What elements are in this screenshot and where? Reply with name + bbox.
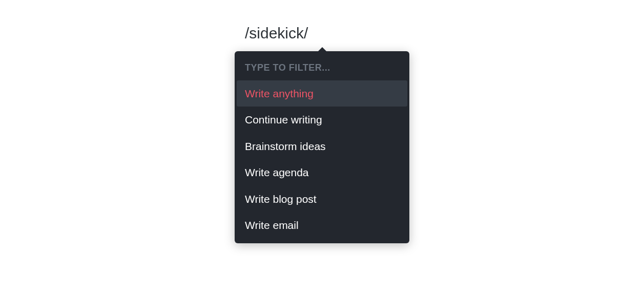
- menu-item-write-blog-post[interactable]: Write blog post: [237, 186, 407, 212]
- menu-item-write-email[interactable]: Write email: [237, 212, 407, 238]
- menu-item-write-anything[interactable]: Write anything: [237, 80, 407, 107]
- page-container: /sidekick/ TYPE TO FILTER... Write anyth…: [0, 0, 644, 295]
- menu-item-write-agenda[interactable]: Write agenda: [237, 159, 407, 185]
- filter-input[interactable]: TYPE TO FILTER...: [235, 51, 409, 80]
- menu-item-brainstorm-ideas[interactable]: Brainstorm ideas: [237, 133, 407, 159]
- menu-item-continue-writing[interactable]: Continue writing: [237, 107, 407, 133]
- slash-command-text: /sidekick/: [245, 25, 308, 42]
- dropdown-caret-icon: [318, 47, 327, 52]
- command-menu-list: Write anything Continue writing Brainsto…: [235, 80, 409, 243]
- command-dropdown: TYPE TO FILTER... Write anything Continu…: [235, 51, 409, 243]
